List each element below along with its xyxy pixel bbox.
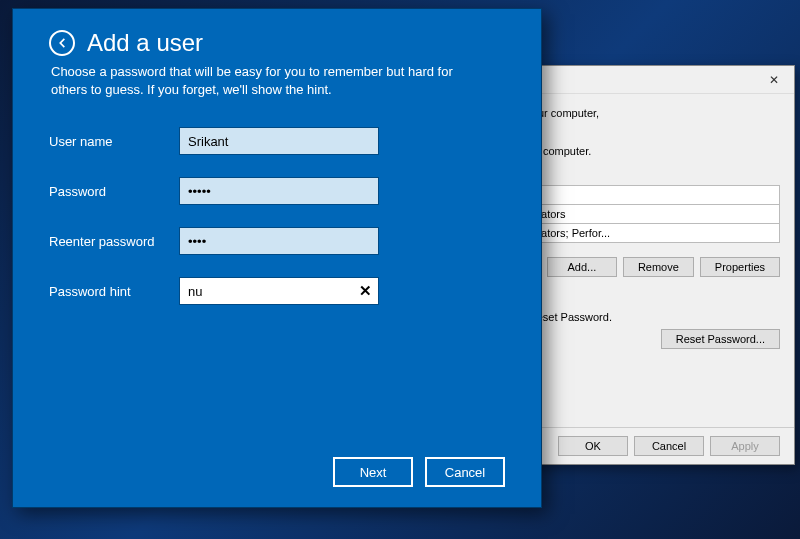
add-button[interactable]: Add... [547,257,617,277]
clear-icon[interactable]: ✕ [355,281,375,301]
cancel-button[interactable]: Cancel [425,457,505,487]
password-input[interactable] [179,177,379,205]
reenter-password-input[interactable] [179,227,379,255]
dialog-description: Choose a password that will be easy for … [51,63,481,99]
password-hint-input[interactable] [179,277,379,305]
ok-button[interactable]: OK [558,436,628,456]
dialog-title: Add a user [87,29,203,57]
cancel-button[interactable]: Cancel [634,436,704,456]
back-icon[interactable] [49,30,75,56]
reset-password-button[interactable]: Reset Password... [661,329,780,349]
add-user-dialog: Add a user Choose a password that will b… [12,8,542,508]
remove-button[interactable]: Remove [623,257,694,277]
username-input[interactable] [179,127,379,155]
apply-button[interactable]: Apply [710,436,780,456]
password-hint-label: Password hint [49,284,179,299]
properties-button[interactable]: Properties [700,257,780,277]
next-button[interactable]: Next [333,457,413,487]
username-label: User name [49,134,179,149]
reenter-password-label: Reenter password [49,234,179,249]
password-label: Password [49,184,179,199]
close-icon[interactable]: ✕ [754,66,794,93]
